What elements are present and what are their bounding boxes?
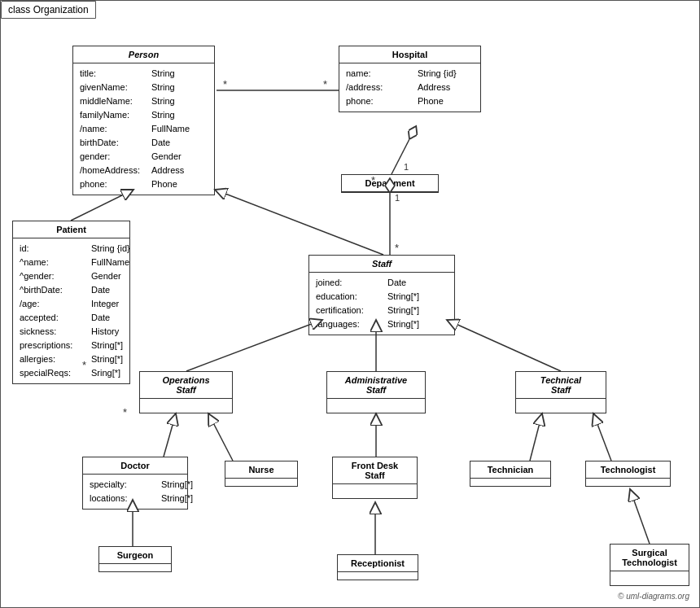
class-person-attrs: title:String givenName:String middleName… — [73, 63, 214, 195]
copyright-text: © uml-diagrams.org — [618, 592, 689, 601]
class-receptionist: Receptionist — [337, 554, 418, 580]
svg-text:1: 1 — [404, 162, 409, 172]
svg-line-23 — [593, 413, 611, 461]
svg-line-20 — [208, 413, 233, 461]
class-hospital: Hospital name:String {id} /address:Addre… — [339, 46, 481, 112]
svg-text:1: 1 — [395, 193, 400, 203]
class-front-desk-staff: Front Desk Staff — [332, 457, 418, 499]
class-receptionist-name: Receptionist — [338, 555, 418, 572]
class-administrative-staff-name: Administrative Staff — [327, 372, 425, 399]
svg-line-19 — [164, 413, 176, 457]
svg-line-26 — [630, 489, 650, 544]
class-staff-attrs: joined:Date education:String[*] certific… — [309, 273, 454, 335]
diagram-container: class Organization Person title:String g… — [0, 0, 700, 608]
svg-line-18 — [447, 320, 561, 371]
svg-text:*: * — [395, 242, 399, 254]
class-technologist-name: Technologist — [586, 461, 670, 479]
class-department: Department — [341, 174, 439, 193]
class-surgeon: Surgeon — [98, 546, 172, 572]
class-doctor: Doctor specialty:String[*] locations:Str… — [82, 457, 188, 510]
class-patient-name: Patient — [13, 221, 129, 238]
class-staff-name: Staff — [309, 256, 454, 273]
svg-text:*: * — [123, 406, 127, 418]
class-person-name: Person — [73, 46, 214, 63]
diagram-title: class Organization — [1, 1, 96, 19]
svg-text:*: * — [323, 78, 327, 90]
svg-text:*: * — [223, 78, 227, 90]
class-hospital-name: Hospital — [339, 46, 480, 63]
class-surgeon-name: Surgeon — [99, 547, 171, 564]
class-nurse: Nurse — [225, 461, 298, 487]
class-doctor-attrs: specialty:String[*] locations:String[*] — [83, 475, 187, 509]
svg-line-6 — [392, 139, 409, 174]
svg-line-22 — [530, 413, 542, 461]
class-administrative-staff: Administrative Staff — [326, 371, 426, 413]
class-staff: Staff joined:Date education:String[*] ce… — [308, 255, 455, 335]
class-doctor-name: Doctor — [83, 457, 187, 475]
class-surgical-technologist-name: Surgical Technologist — [610, 545, 689, 571]
svg-line-16 — [186, 320, 322, 371]
class-hospital-attrs: name:String {id} /address:Address phone:… — [339, 63, 480, 112]
class-surgical-technologist: Surgical Technologist — [610, 544, 689, 586]
class-nurse-name: Nurse — [225, 461, 297, 479]
class-operations-staff-name: Operations Staff — [140, 372, 232, 399]
class-technical-staff-name: Technical Staff — [516, 372, 606, 399]
svg-line-5 — [215, 190, 383, 255]
class-technician-name: Technician — [470, 461, 550, 479]
class-operations-staff: Operations Staff — [139, 371, 233, 413]
class-technical-staff: Technical Staff — [515, 371, 606, 413]
class-person: Person title:String givenName:String mid… — [72, 46, 215, 195]
class-patient: Patient id:String {id} ^name:FullName ^g… — [12, 221, 130, 384]
class-technologist: Technologist — [585, 461, 671, 487]
class-technician: Technician — [470, 461, 551, 487]
class-department-name: Department — [342, 175, 438, 192]
class-front-desk-staff-name: Front Desk Staff — [333, 457, 417, 484]
class-patient-attrs: id:String {id} ^name:FullName ^gender:Ge… — [13, 238, 129, 383]
